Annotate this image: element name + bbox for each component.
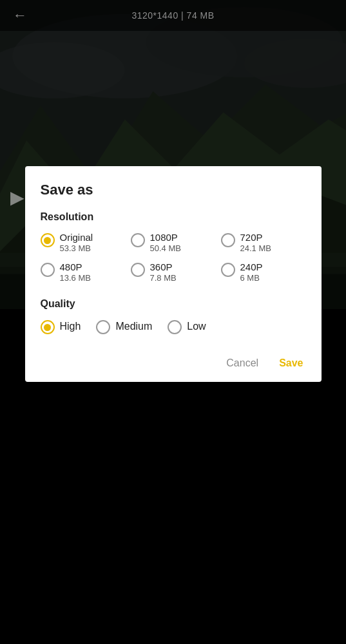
radio-480p[interactable] (41, 263, 55, 277)
quality-medium-label: Medium (115, 321, 152, 332)
radio-quality-medium[interactable] (96, 320, 110, 334)
quality-option-low[interactable]: Low (168, 319, 206, 334)
resolution-480p-size: 13.6 MB (60, 273, 91, 283)
resolution-720p-label: 720P (240, 232, 271, 243)
cancel-button[interactable]: Cancel (224, 352, 261, 374)
radio-quality-low[interactable] (168, 320, 182, 334)
radio-360p[interactable] (131, 263, 145, 277)
resolution-240p-label: 240P (240, 261, 263, 273)
resolution-option-720p[interactable]: 720P 24.1 MB (221, 232, 306, 254)
resolution-grid: Original 53.3 MB 1080P 50.4 MB 720P 24.1… (41, 232, 306, 283)
resolution-360p-size: 7.8 MB (150, 273, 177, 283)
resolution-240p-size: 6 MB (240, 273, 263, 283)
quality-label: Quality (41, 298, 306, 310)
resolution-option-1080p[interactable]: 1080P 50.4 MB (131, 232, 216, 254)
resolution-360p-label: 360P (150, 261, 177, 273)
dialog-overlay: Save as Resolution Original 53.3 MB 1080… (0, 0, 346, 644)
save-button[interactable]: Save (276, 352, 305, 374)
resolution-1080p-size: 50.4 MB (150, 243, 181, 254)
resolution-480p-label: 480P (60, 261, 91, 273)
resolution-original-size: 53.3 MB (60, 243, 93, 254)
radio-quality-high[interactable] (41, 320, 55, 334)
radio-original[interactable] (41, 233, 55, 247)
radio-1080p[interactable] (131, 233, 145, 247)
dialog-title: Save as (41, 182, 306, 198)
resolution-label: Resolution (41, 211, 306, 223)
quality-row: High Medium Low (41, 319, 306, 334)
resolution-original-label: Original (60, 232, 93, 243)
resolution-option-original[interactable]: Original 53.3 MB (41, 232, 126, 254)
radio-240p[interactable] (221, 263, 235, 277)
quality-high-label: High (60, 321, 81, 332)
quality-option-high[interactable]: High (41, 319, 81, 334)
quality-option-medium[interactable]: Medium (96, 319, 152, 334)
resolution-option-480p[interactable]: 480P 13.6 MB (41, 261, 126, 283)
resolution-1080p-label: 1080P (150, 232, 181, 243)
radio-720p[interactable] (221, 233, 235, 247)
resolution-option-240p[interactable]: 240P 6 MB (221, 261, 306, 283)
resolution-option-360p[interactable]: 360P 7.8 MB (131, 261, 216, 283)
resolution-720p-size: 24.1 MB (240, 243, 271, 254)
quality-low-label: Low (187, 321, 206, 332)
save-as-dialog: Save as Resolution Original 53.3 MB 1080… (25, 166, 322, 382)
dialog-buttons: Cancel Save (41, 347, 306, 374)
